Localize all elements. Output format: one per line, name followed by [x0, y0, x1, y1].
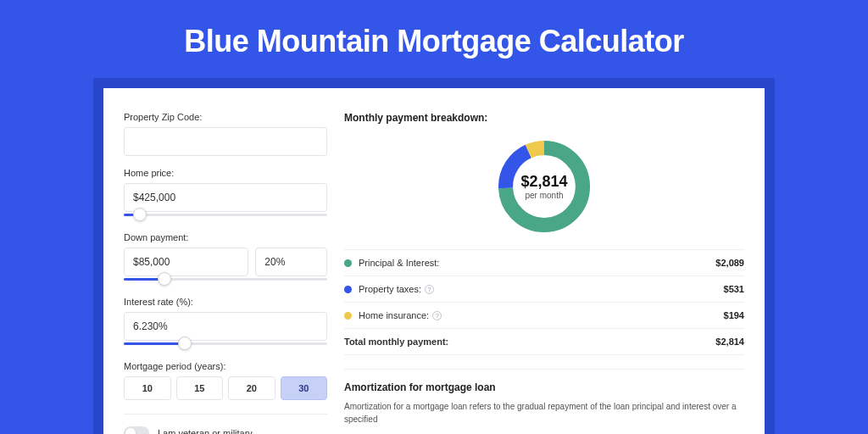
period-option-15[interactable]: 15 [176, 376, 224, 400]
form-panel: Property Zip Code: Home price: Down paym… [124, 112, 327, 434]
legend-label: Home insurance:? [359, 310, 724, 320]
period-field-group: Mortgage period (years): 10152030 [124, 361, 327, 400]
rate-field-group: Interest rate (%): [124, 297, 327, 349]
legend-row: Home insurance:?$194 [344, 303, 744, 329]
period-options: 10152030 [124, 376, 327, 400]
amortization-section: Amortization for mortgage loan Amortizat… [344, 369, 744, 426]
price-input[interactable] [124, 183, 327, 212]
price-slider[interactable] [124, 210, 327, 220]
legend-total-label: Total monthly payment: [344, 337, 715, 347]
period-option-20[interactable]: 20 [228, 376, 275, 400]
veteran-label: I am veteran or military [158, 428, 253, 434]
zip-field-group: Property Zip Code: [124, 112, 327, 156]
legend-value: $531 [724, 284, 744, 294]
legend-label: Principal & Interest: [359, 258, 715, 268]
period-label: Mortgage period (years): [124, 361, 327, 371]
calculator-card: Property Zip Code: Home price: Down paym… [103, 88, 765, 434]
zip-label: Property Zip Code: [124, 112, 327, 122]
down-pct-input[interactable] [255, 248, 327, 276]
legend-total-row: Total monthly payment:$2,814 [344, 329, 744, 355]
rate-label: Interest rate (%): [124, 297, 327, 307]
toggle-knob [125, 428, 136, 434]
veteran-row: I am veteran or military [124, 414, 327, 434]
down-label: Down payment: [124, 232, 327, 242]
info-icon[interactable]: ? [432, 311, 442, 320]
legend-dot-icon [344, 259, 352, 267]
amortization-body: Amortization for a mortgage loan refers … [344, 400, 744, 426]
info-icon[interactable]: ? [425, 285, 434, 294]
donut-chart-wrap: $2,814 per month [344, 131, 744, 249]
legend-row: Principal & Interest:$2,089 [344, 250, 744, 276]
price-field-group: Home price: [124, 168, 327, 220]
legend: Principal & Interest:$2,089Property taxe… [344, 249, 744, 355]
rate-input[interactable] [124, 312, 327, 341]
legend-label: Property taxes:? [359, 284, 724, 294]
donut-chart: $2,814 per month [493, 136, 595, 237]
veteran-toggle[interactable] [124, 426, 149, 434]
donut-amount: $2,814 [520, 173, 567, 191]
legend-total-value: $2,814 [715, 337, 744, 347]
period-option-10[interactable]: 10 [124, 376, 171, 400]
down-amount-input[interactable] [124, 248, 248, 276]
breakdown-title: Monthly payment breakdown: [344, 112, 744, 124]
breakdown-panel: Monthly payment breakdown: $2,814 per mo… [344, 112, 744, 434]
legend-row: Property taxes:?$531 [344, 276, 744, 303]
zip-input[interactable] [124, 127, 327, 156]
legend-dot-icon [344, 312, 352, 320]
card-shadow: Property Zip Code: Home price: Down paym… [93, 78, 775, 434]
legend-value: $194 [724, 310, 744, 320]
donut-center: $2,814 per month [493, 136, 595, 237]
legend-dot-icon [344, 286, 352, 293]
down-field-group: Down payment: [124, 232, 327, 285]
period-option-30[interactable]: 30 [281, 376, 328, 400]
page-title: Blue Mountain Mortgage Calculator [0, 24, 868, 59]
down-slider[interactable] [124, 275, 327, 285]
amortization-title: Amortization for mortgage loan [344, 381, 744, 393]
hero: Blue Mountain Mortgage Calculator [0, 0, 868, 78]
price-label: Home price: [124, 168, 327, 178]
donut-sub: per month [525, 191, 563, 200]
legend-value: $2,089 [715, 258, 744, 268]
rate-slider[interactable] [124, 339, 327, 349]
